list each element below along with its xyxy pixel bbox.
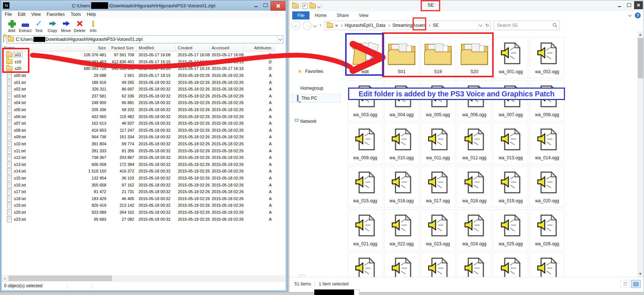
recent-locations-icon[interactable] xyxy=(313,24,317,27)
tab-file[interactable]: File xyxy=(292,11,310,19)
file-tile-wa_010.ogg[interactable]: wa_010.ogg xyxy=(384,123,419,164)
menu-file[interactable]: File xyxy=(2,11,15,18)
table-row[interactable]: s17.txt81 47221 7312015-05-18 00:322015-… xyxy=(2,188,285,195)
file-tile-wa_004.ogg[interactable]: wa_004.ogg xyxy=(384,80,419,121)
file-tile-wa_011.ogg[interactable]: wa_011.ogg xyxy=(421,123,455,164)
search-input[interactable]: Search SE xyxy=(494,21,560,30)
help-icon[interactable]: ? xyxy=(635,13,641,18)
address-bar[interactable]: « HigurashiEp01_DataStreamingAssetsSE ↻ xyxy=(325,21,491,30)
scrollbar-thumb[interactable] xyxy=(8,276,112,281)
breadcrumb-item[interactable]: HigurashiEp01_Data xyxy=(345,23,386,28)
table-row[interactable]: s20.txt923 089264 1622015-05-18 00:32201… xyxy=(2,209,285,216)
minimize-button[interactable] xyxy=(251,1,260,9)
file-tile[interactable] xyxy=(457,252,492,277)
file-tile[interactable] xyxy=(493,252,528,277)
file-tile-wa_023.ogg[interactable]: wa_023.ogg xyxy=(421,209,455,250)
sidebar-item-this-pc[interactable]: This PC xyxy=(291,94,341,103)
file-tile[interactable] xyxy=(384,252,419,277)
table-row[interactable]: s06.txt432 950115 4822015-05-18 00:32201… xyxy=(2,113,285,120)
column-header-packed-size[interactable]: Packed Size xyxy=(108,44,136,51)
breadcrumb-item[interactable]: StreamingAssets xyxy=(392,23,426,28)
file-tile-wa_014.ogg[interactable]: wa_014.ogg xyxy=(530,123,565,164)
file-tile-S19[interactable]: S19 xyxy=(421,37,455,78)
menu-edit[interactable]: Edit xyxy=(15,11,28,18)
large-icons-view-button[interactable] xyxy=(631,280,641,288)
sidebar-item-favorites[interactable]: ★Favorites xyxy=(289,67,344,75)
file-tile-wa_025.ogg[interactable]: wa_025.ogg xyxy=(493,209,528,250)
move-button[interactable]: Move xyxy=(59,19,73,33)
file-tile-S01[interactable]: S01 xyxy=(384,37,419,78)
file-tile-wa_008.ogg[interactable]: wa_008.ogg xyxy=(530,80,565,121)
table-row[interactable]: s03.txt237 58162 3362015-05-18 00:322015… xyxy=(2,93,285,100)
file-tile-wa_018.ogg[interactable]: wa_018.ogg xyxy=(457,166,492,207)
minimize-button[interactable] xyxy=(615,1,624,9)
menu-help[interactable]: Help xyxy=(84,11,99,18)
explorer-titlebar[interactable]: SE xyxy=(289,0,644,11)
file-tile-wa_002.ogg[interactable]: wa_002.ogg xyxy=(530,37,565,78)
file-tile-wa_009.ogg[interactable]: wa_009.ogg xyxy=(348,123,383,164)
table-row[interactable]: s14.txt1 518 150416 3722015-05-18 00:322… xyxy=(2,168,285,175)
menu-view[interactable]: View xyxy=(28,11,44,18)
table-row[interactable]: s02.txt326 31186 6972015-05-18 00:322015… xyxy=(2,86,285,93)
scroll-up-icon[interactable] xyxy=(639,33,642,36)
table-row[interactable]: s10.txt391 80499 7742015-05-18 00:322015… xyxy=(2,141,285,148)
file-tile-wa_026.ogg[interactable]: wa_026.ogg xyxy=(530,209,565,250)
extract-button[interactable]: Extract xyxy=(18,19,32,33)
scroll-down-icon[interactable] xyxy=(639,273,642,275)
forward-button[interactable]: → xyxy=(303,21,311,30)
info-button[interactable]: iInfo xyxy=(86,19,100,33)
column-header-attributes[interactable]: Attributes xyxy=(243,44,274,51)
table-row[interactable]: s11.txt281 33381 3552015-05-18 00:322015… xyxy=(2,147,285,154)
column-header-modified[interactable]: Modified xyxy=(136,44,176,51)
table-row[interactable]: s12.txt738 367203 8872015-05-18 00:32201… xyxy=(2,154,285,161)
chevron-down-icon[interactable] xyxy=(277,36,283,43)
table-row[interactable]: s09.txt564 736151 3342015-05-18 00:32201… xyxy=(2,134,285,141)
delete-button[interactable]: Delete xyxy=(73,19,86,33)
file-tile-wa_005.ogg[interactable]: wa_005.ogg xyxy=(421,80,455,121)
table-row[interactable]: s20580 093 725543 383 9662015-05-17 16:1… xyxy=(2,65,285,72)
horizontal-scrollbar[interactable]: ‹ xyxy=(2,275,286,281)
menu-favorites[interactable]: Favorites xyxy=(44,11,68,18)
breadcrumb-item[interactable]: SE xyxy=(433,23,439,28)
file-tile-wa_017.ogg[interactable]: wa_017.ogg xyxy=(421,166,455,207)
table-row[interactable]: s01.txt186 91649 2652015-05-18 00:322015… xyxy=(2,79,285,86)
file-tile-wa_006.ogg[interactable]: wa_006.ogg xyxy=(457,80,492,121)
tab-view[interactable]: View xyxy=(354,11,373,19)
scrollbar-thumb[interactable] xyxy=(638,38,643,78)
maximize-button[interactable] xyxy=(625,1,633,9)
up-button[interactable]: ↑ xyxy=(319,22,322,28)
file-tile-wa_001.ogg[interactable]: wa_001.ogg xyxy=(493,37,528,78)
column-header-created[interactable]: Created xyxy=(176,44,210,51)
file-tile[interactable] xyxy=(530,252,565,277)
table-row[interactable]: s00.txt29 6881 5612015-05-17 18:152015-0… xyxy=(2,72,285,79)
refresh-icon[interactable]: ↻ xyxy=(484,21,490,29)
file-tile-wa_012.ogg[interactable]: wa_012.ogg xyxy=(457,123,492,164)
file-tile-wa_022.ogg[interactable]: wa_022.ogg xyxy=(384,209,419,250)
scroll-left-icon[interactable]: ‹ xyxy=(2,275,8,281)
table-row[interactable]: s08.txt416 653117 2472015-05-18 00:32201… xyxy=(2,127,285,134)
vertical-scrollbar[interactable] xyxy=(637,31,644,277)
tab-home[interactable]: Home xyxy=(310,11,332,19)
sidebar-item-homegroup[interactable]: Homegroup xyxy=(289,84,344,92)
file-tile-wa_003.ogg[interactable]: wa_003.ogg xyxy=(348,80,383,121)
table-row[interactable]: s16.txt355 65897 1622015-05-18 00:322015… xyxy=(2,181,285,188)
7zip-path-combobox[interactable]: C:\UsersDownloads\Higurashi\HigurashiPS3… xyxy=(6,35,283,43)
table-row[interactable]: s15.txt132 95436 1032015-05-18 00:322015… xyxy=(2,175,285,182)
file-tile-wa_020.ogg[interactable]: wa_020.ogg xyxy=(530,166,565,207)
file-tile-wa_021.ogg[interactable]: wa_021.ogg xyxy=(348,209,383,250)
maximize-button[interactable] xyxy=(261,1,270,9)
file-tile-wa_013.ogg[interactable]: wa_013.ogg xyxy=(493,123,528,164)
table-row[interactable]: s05.txt205 33658 2022015-05-18 00:322015… xyxy=(2,106,285,113)
up-one-level-icon[interactable]: ↑ xyxy=(3,36,4,43)
new-folder-icon[interactable] xyxy=(310,4,316,8)
ribbon-collapse-icon[interactable] xyxy=(628,13,632,17)
table-row[interactable]: s13.txt606 058172 3842015-05-18 00:32201… xyxy=(2,161,285,168)
file-tile-wa_015.ogg[interactable]: wa_015.ogg xyxy=(348,166,383,207)
file-tile[interactable] xyxy=(348,252,383,277)
qat-dropdown-icon[interactable] xyxy=(317,4,321,8)
column-header-name[interactable]: Name xyxy=(2,44,67,51)
file-tile-wa_024.ogg[interactable]: wa_024.ogg xyxy=(457,209,492,250)
breadcrumb-overflow[interactable]: « xyxy=(335,23,338,28)
table-row[interactable]: s04.txt248 90066 8812015-05-18 00:322015… xyxy=(2,99,285,106)
folder-icon[interactable] xyxy=(292,4,298,8)
